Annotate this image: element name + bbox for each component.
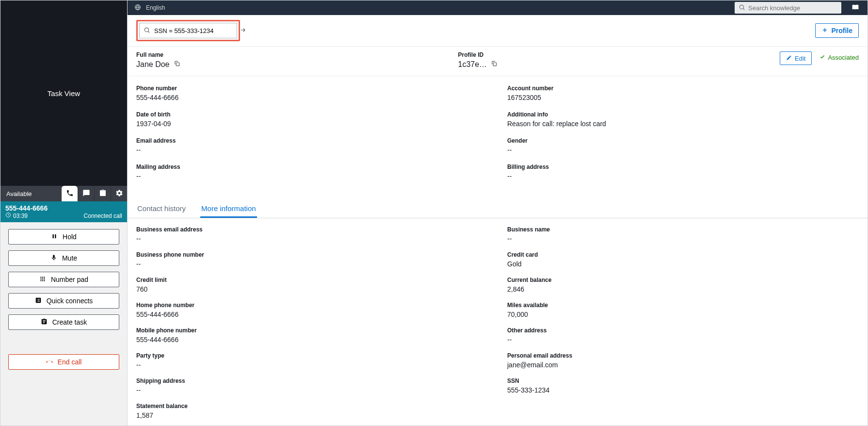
profile-id-block: Profile ID 1c37e…: [458, 51, 780, 69]
current-balance-value: 2,846: [507, 285, 859, 293]
quick-connects-label: Quick connects: [47, 297, 93, 305]
billing-address-value: --: [507, 172, 859, 180]
language-label[interactable]: English: [146, 4, 165, 11]
end-call-button[interactable]: End call: [8, 354, 119, 370]
profile-search[interactable]: [139, 23, 237, 38]
phone-icon: [66, 189, 74, 198]
profile-header: Full name Jane Doe Profile ID 1c37e… Edi…: [128, 47, 868, 76]
shipping-address-field: Shipping address--: [136, 377, 488, 394]
task-tab[interactable]: [94, 186, 111, 201]
additional-info-value: Reason for call: replace lost card: [507, 120, 859, 128]
svg-rect-16: [493, 63, 496, 66]
knowledge-search-input[interactable]: [748, 4, 837, 12]
settings-tab[interactable]: [111, 186, 127, 201]
tab-more-information[interactable]: More information: [200, 199, 257, 218]
svg-rect-15: [176, 63, 179, 66]
billing-address-label: Billing address: [507, 164, 859, 170]
call-state: Connected call: [84, 213, 122, 219]
business-phone-value: --: [136, 260, 488, 268]
mobile-phone-field: Mobile phone number555-444-6666: [136, 327, 488, 344]
full-name-text: Jane Doe: [136, 60, 170, 69]
svg-point-6: [40, 278, 41, 279]
email-label: Email address: [136, 137, 488, 144]
voice-tab[interactable]: [61, 186, 78, 201]
party-type-value: --: [136, 361, 488, 369]
agent-status[interactable]: Available: [0, 190, 61, 197]
check-icon: [820, 54, 825, 61]
statement-balance-field: Statement balance1,587: [136, 403, 488, 419]
business-name-value: --: [507, 235, 859, 243]
pause-icon: [51, 233, 58, 241]
credit-limit-label: Credit limit: [136, 277, 488, 283]
knowledge-icon[interactable]: [852, 3, 861, 12]
svg-point-7: [42, 278, 43, 279]
end-call-label: End call: [58, 358, 82, 366]
svg-rect-1: [53, 234, 54, 238]
edit-button[interactable]: Edit: [780, 51, 812, 65]
account-label: Account number: [507, 85, 859, 92]
dialpad-icon: [39, 276, 46, 284]
business-email-value: --: [136, 235, 488, 243]
svg-point-5: [44, 277, 45, 278]
clipboard-icon: [99, 189, 107, 198]
ssn-label: SSN: [507, 377, 859, 384]
other-address-field: Other address--: [507, 327, 859, 344]
business-email-field: Business email address--: [136, 226, 488, 243]
profile-actions: Edit Associated: [780, 51, 859, 69]
statement-balance-value: 1,587: [136, 411, 488, 419]
svg-point-11: [44, 280, 45, 281]
profile-search-input[interactable]: [154, 27, 236, 34]
associated-label: Associated: [828, 54, 859, 61]
other-address-label: Other address: [507, 327, 859, 334]
hangup-icon: [46, 358, 53, 366]
chat-icon: [82, 189, 90, 198]
other-address-value: --: [507, 336, 859, 344]
globe-icon: [134, 4, 141, 12]
phone-label: Phone number: [136, 85, 488, 92]
email-value: --: [136, 146, 488, 154]
add-profile-button[interactable]: Profile: [815, 23, 859, 38]
tab-contact-history[interactable]: Contact history: [136, 199, 187, 218]
copy-icon[interactable]: [491, 60, 498, 69]
full-name-block: Full name Jane Doe: [136, 51, 458, 69]
home-phone-field: Home phone number555-444-6666: [136, 302, 488, 318]
business-name-field: Business name--: [507, 226, 859, 243]
svg-point-14: [145, 28, 148, 32]
miles-available-field: Miles available70,000: [507, 302, 859, 318]
hold-label: Hold: [63, 233, 77, 241]
account-field: Account number167523005: [507, 85, 859, 101]
hold-button[interactable]: Hold: [8, 229, 119, 245]
quick-connects-button[interactable]: Quick connects: [8, 293, 119, 309]
current-balance-label: Current balance: [507, 277, 859, 283]
create-task-button[interactable]: Create task: [8, 314, 119, 330]
content-scroll: Profile Full name Jane Doe Profile ID 1c…: [128, 15, 868, 426]
mailing-address-value: --: [136, 172, 488, 180]
full-name-label: Full name: [136, 51, 458, 58]
active-call-bar: 555-444-6666 03:39 Connected call: [0, 201, 127, 222]
chat-tab[interactable]: [78, 186, 94, 201]
mailing-address-label: Mailing address: [136, 164, 488, 170]
personal-email-field: Personal email addressjane@email.com: [507, 352, 859, 369]
shipping-address-value: --: [136, 386, 488, 394]
mobile-phone-value: 555-444-6666: [136, 336, 488, 344]
home-phone-label: Home phone number: [136, 302, 488, 309]
create-task-label: Create task: [52, 318, 87, 326]
call-timer-value: 03:39: [13, 213, 28, 219]
mobile-phone-label: Mobile phone number: [136, 327, 488, 334]
miles-available-value: 70,000: [507, 311, 859, 318]
task-view-label: Task View: [48, 89, 80, 98]
personal-email-label: Personal email address: [507, 352, 859, 359]
numpad-button[interactable]: Number pad: [8, 272, 119, 287]
credit-card-value: Gold: [507, 260, 859, 268]
copy-icon[interactable]: [174, 60, 180, 69]
arrow-right-icon[interactable]: [240, 27, 246, 35]
channel-tabs: [61, 186, 127, 201]
mute-button[interactable]: Mute: [8, 250, 119, 266]
statement-balance-label: Statement balance: [136, 403, 488, 410]
personal-email-value: jane@email.com: [507, 361, 859, 369]
task-view-panel: Task View: [0, 0, 127, 186]
knowledge-search[interactable]: [735, 2, 841, 14]
ssn-field: SSN555-333-1234: [507, 377, 859, 394]
credit-limit-value: 760: [136, 285, 488, 293]
mute-label: Mute: [62, 254, 77, 262]
